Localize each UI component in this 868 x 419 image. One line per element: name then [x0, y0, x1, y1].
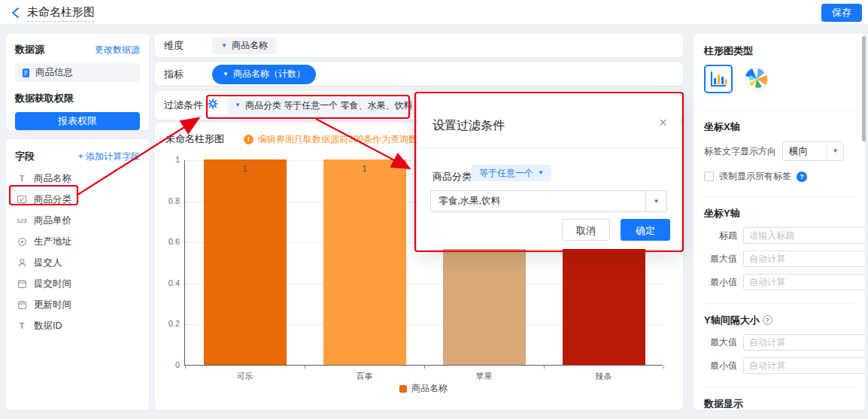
field-item[interactable]: T商品名称 — [6, 168, 149, 189]
label-direction-value: 横向 — [783, 145, 827, 158]
chart-type-title: 柱形图类型 — [704, 44, 854, 58]
datasource-title: 数据源 — [15, 43, 44, 56]
operator-dropdown[interactable]: 等于任意一个 ▼ — [472, 165, 551, 181]
datasource-card: 数据源 更改数据源 商品信息 数据获取权限 报表权限 — [6, 34, 149, 130]
field-item[interactable]: 更新时间 — [6, 294, 149, 315]
label-direction-label: 标签文字显示方向 — [704, 145, 776, 158]
report-permission-button[interactable]: 报表权限 — [15, 112, 140, 130]
bar-chart-icon — [709, 69, 728, 89]
metric-row: 指标 ▼ 商品名称（计数） — [155, 62, 683, 86]
interval-max-label: 最大值 — [704, 336, 737, 349]
field-item[interactable]: 提交人 — [6, 252, 149, 273]
field-item[interactable]: 提交时间 — [6, 273, 149, 294]
modal-title: 设置过滤条件 — [432, 118, 505, 134]
yaxis-title-label: 标题 — [704, 229, 737, 242]
field-item-label: 提交人 — [34, 257, 62, 269]
y-axis-tick-label: 0.4 — [157, 278, 180, 287]
field-item[interactable]: 123商品单价 — [6, 210, 149, 231]
file-icon — [21, 68, 31, 78]
chart-warning: ! 编辑界面只取数据源前200条作为查询数据预览 — [244, 133, 445, 146]
help-icon[interactable]: ? — [797, 172, 807, 182]
caret-down-icon: ▼ — [221, 43, 227, 49]
data-display-title: 数据显示 — [704, 397, 854, 410]
xaxis-title: 坐标X轴 — [704, 120, 854, 134]
warning-icon: ! — [244, 135, 253, 144]
dimension-value: 商品名称 — [232, 39, 268, 52]
filter-value-select[interactable]: 零食,水果,饮料 ▼ — [430, 190, 667, 212]
yaxis-min-input[interactable] — [743, 274, 865, 290]
cancel-button[interactable]: 取消 — [562, 219, 610, 241]
settings-panel: 柱形图类型 坐标X轴 标签文字显示方向 横向 ▼ 强制显示所有标签 ? 坐标Y轴 — [693, 34, 865, 410]
change-datasource-link[interactable]: 更改数据源 — [95, 44, 140, 56]
modal-field-label: 商品分类 — [432, 170, 472, 184]
field-item[interactable]: T数据ID — [6, 315, 149, 336]
back-button[interactable] — [11, 7, 21, 19]
y-axis-tick-label: 0 — [157, 360, 180, 369]
field-item-label: 生产地址 — [34, 235, 71, 248]
page-title[interactable]: 未命名柱形图 — [27, 5, 95, 22]
interval-max-input[interactable] — [743, 334, 865, 351]
bar-百事[interactable] — [323, 159, 406, 365]
yaxis-title-input[interactable] — [743, 227, 865, 244]
filter-tag[interactable]: ▼ 商品分类 等于任意一个 零食、水果、饮料 — [227, 96, 420, 114]
label-direction-select[interactable]: 横向 ▼ — [782, 141, 844, 161]
field-item-label: 商品分类 — [34, 193, 71, 206]
help-icon[interactable]: ? — [763, 315, 772, 325]
chart-legend[interactable]: 商品名称 — [399, 382, 448, 395]
dimension-row: 维度 ▼ 商品名称 — [155, 34, 683, 57]
datasource-item[interactable]: 商品信息 — [15, 63, 140, 82]
filter-value-text: 零食,水果,饮料 — [431, 195, 645, 208]
field-item-label: 提交时间 — [34, 278, 71, 290]
y-axis-tick-label: 0.6 — [157, 237, 180, 246]
field-item-label: 更新时间 — [34, 299, 71, 311]
y-axis-tick-label: 0.2 — [157, 319, 180, 328]
rose-chart-type-button[interactable] — [743, 65, 770, 93]
chevron-left-icon — [11, 7, 21, 19]
field-item[interactable]: 生产地址 — [6, 231, 149, 252]
add-calc-field-link[interactable]: + 添加计算字段 — [78, 150, 140, 163]
person-field-icon — [16, 258, 28, 268]
x-axis-category-label: 可乐 — [237, 371, 253, 382]
gear-icon[interactable] — [208, 99, 218, 112]
calendar-field-icon — [16, 279, 28, 289]
metric-pill[interactable]: ▼ 商品名称（计数） — [212, 65, 316, 84]
yaxis-min-label: 最小值 — [704, 276, 737, 289]
y-axis-tick-label: 0.8 — [157, 196, 180, 205]
panel-scrollbar[interactable] — [862, 36, 866, 141]
confirm-button[interactable]: 确定 — [621, 219, 670, 241]
interval-min-input[interactable] — [743, 357, 865, 374]
x-axis-category-label: 辣条 — [596, 371, 612, 382]
x-axis-tick — [424, 366, 425, 369]
force-labels-label: 强制显示所有标签 — [719, 170, 791, 183]
caret-down-icon: ▼ — [827, 142, 843, 160]
save-button[interactable]: 保存 — [821, 4, 862, 22]
close-icon[interactable]: × — [659, 115, 667, 129]
calendar-field-icon — [16, 300, 28, 310]
filter-modal: 设置过滤条件 × 商品分类 等于任意一个 ▼ 零食,水果,饮料 ▼ 取消 确定 — [417, 95, 681, 249]
chart-title: 未命名柱形图 — [165, 132, 224, 146]
filter-label: 过滤条件 — [164, 99, 203, 112]
rose-chart-icon — [743, 65, 770, 93]
fields-title: 字段 — [15, 150, 35, 163]
caret-down-icon: ▼ — [645, 191, 666, 211]
x-axis-category-label: 苹果 — [476, 371, 493, 382]
yaxis-max-input[interactable] — [743, 250, 865, 267]
caret-down-icon: ▼ — [538, 170, 544, 176]
dimension-pill[interactable]: ▼ 商品名称 — [212, 38, 277, 54]
field-list: T商品名称商品分类123商品单价生产地址提交人提交时间更新时间T数据ID — [6, 168, 149, 336]
interval-min-label: 最小值 — [704, 360, 737, 372]
bar-value-label: 1 — [204, 164, 287, 173]
text-field-icon: T — [16, 321, 28, 330]
caret-down-icon: ▼ — [223, 71, 229, 77]
legend-label: 商品名称 — [411, 382, 448, 395]
force-labels-checkbox[interactable] — [704, 172, 714, 181]
bar-可乐[interactable] — [204, 159, 287, 365]
fields-card: 字段 + 添加计算字段 T商品名称商品分类123商品单价生产地址提交人提交时间更… — [6, 139, 149, 410]
dimension-label: 维度 — [164, 39, 212, 53]
bar-chart-type-button[interactable] — [704, 65, 733, 93]
field-item[interactable]: 商品分类 — [6, 189, 149, 210]
x-axis-tick — [305, 366, 305, 369]
filter-tag-value: 商品分类 等于任意一个 零食、水果、饮料 — [245, 99, 413, 112]
y-axis-tick-label: 1 — [157, 155, 180, 164]
metric-label: 指标 — [164, 68, 212, 81]
